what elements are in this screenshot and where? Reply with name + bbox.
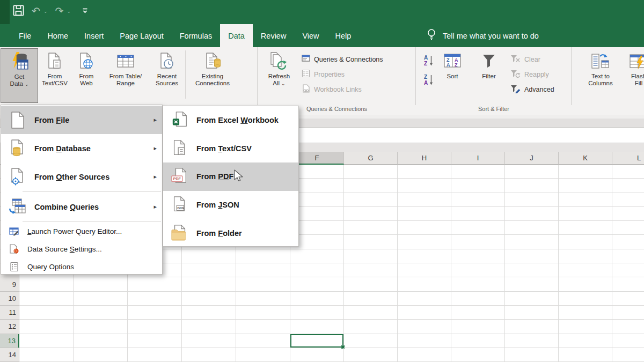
cell-F14[interactable] xyxy=(290,348,344,362)
cell-L8[interactable] xyxy=(612,263,644,277)
cell-I12[interactable] xyxy=(451,320,505,334)
cell-J9[interactable] xyxy=(505,277,559,291)
cell-G3[interactable] xyxy=(344,193,398,207)
cell-L14[interactable] xyxy=(612,348,644,362)
cell-L5[interactable] xyxy=(612,221,644,235)
cell-I9[interactable] xyxy=(451,277,505,291)
cell-J13[interactable] xyxy=(505,334,559,348)
cell-J7[interactable] xyxy=(505,249,559,263)
cell-K2[interactable] xyxy=(559,179,612,193)
cell-L1[interactable] xyxy=(612,165,644,179)
cell-F10[interactable] xyxy=(290,292,344,306)
cell-F8[interactable] xyxy=(290,263,344,277)
tab-help[interactable]: Help xyxy=(327,24,360,47)
save-icon[interactable] xyxy=(13,5,24,18)
cell-E12[interactable] xyxy=(236,320,290,334)
tab-insert[interactable]: Insert xyxy=(76,24,112,47)
cell-L7[interactable] xyxy=(612,249,644,263)
cell-K7[interactable] xyxy=(559,249,612,263)
from-table-range-button[interactable]: From Table/Range xyxy=(101,48,150,103)
recent-sources-button[interactable]: RecentSources xyxy=(150,48,184,103)
cell-G5[interactable] xyxy=(344,221,398,235)
cell-C11[interactable] xyxy=(128,306,182,320)
cell-C13[interactable] xyxy=(128,334,182,348)
from-web-button[interactable]: FromWeb xyxy=(71,48,101,103)
cell-F11[interactable] xyxy=(290,306,344,320)
cell-E14[interactable] xyxy=(236,348,290,362)
cell-E8[interactable] xyxy=(236,263,290,277)
cell-E7[interactable] xyxy=(236,249,290,263)
cell-H10[interactable] xyxy=(398,292,451,306)
queries-connections-button[interactable]: Queries & Connections xyxy=(298,53,386,66)
cell-B11[interactable] xyxy=(74,306,128,320)
cell-D11[interactable] xyxy=(182,306,236,320)
redo-caret-icon[interactable] xyxy=(67,9,71,14)
row-header-11[interactable]: 11 xyxy=(0,306,19,320)
tab-page-layout[interactable]: Page Layout xyxy=(112,24,171,47)
cell-B10[interactable] xyxy=(74,292,128,306)
cell-G4[interactable] xyxy=(344,207,398,221)
cell-K11[interactable] xyxy=(559,306,612,320)
cell-F9[interactable] xyxy=(290,277,344,291)
cell-I4[interactable] xyxy=(451,207,505,221)
sort-ascending-button[interactable]: AZ xyxy=(420,53,437,69)
cell-D14[interactable] xyxy=(182,348,236,362)
column-header-L[interactable]: L xyxy=(612,152,644,165)
cell-I13[interactable] xyxy=(451,334,505,348)
cell-G1[interactable] xyxy=(344,165,398,179)
cell-L11[interactable] xyxy=(612,306,644,320)
cell-F12[interactable] xyxy=(290,320,344,334)
undo-icon[interactable]: ↶ xyxy=(32,4,40,18)
menu-item-from-database[interactable]: From Database xyxy=(1,134,162,162)
cell-G2[interactable] xyxy=(344,179,398,193)
cell-H3[interactable] xyxy=(398,193,451,207)
cell-D10[interactable] xyxy=(182,292,236,306)
sort-descending-button[interactable]: ZA xyxy=(420,72,437,88)
cell-J11[interactable] xyxy=(505,306,559,320)
cell-H4[interactable] xyxy=(398,207,451,221)
cell-A10[interactable] xyxy=(19,292,74,306)
cell-I14[interactable] xyxy=(451,348,505,362)
cell-G12[interactable] xyxy=(344,320,398,334)
cell-G10[interactable] xyxy=(344,292,398,306)
cell-L3[interactable] xyxy=(612,193,644,207)
cell-E13[interactable] xyxy=(236,334,290,348)
cell-G11[interactable] xyxy=(344,306,398,320)
submenu-item-from-pdf[interactable]: PDF From PDF xyxy=(163,162,298,191)
cell-K4[interactable] xyxy=(559,207,612,221)
cell-D9[interactable] xyxy=(182,277,236,291)
cell-L9[interactable] xyxy=(612,277,644,291)
cell-H2[interactable] xyxy=(398,179,451,193)
cell-J6[interactable] xyxy=(505,235,559,249)
cell-H13[interactable] xyxy=(398,334,451,348)
cell-A13[interactable] xyxy=(19,334,74,348)
cell-C14[interactable] xyxy=(128,348,182,362)
cell-C10[interactable] xyxy=(128,292,182,306)
cell-J8[interactable] xyxy=(505,263,559,277)
cell-B9[interactable] xyxy=(74,277,128,291)
row-header-10[interactable]: 10 xyxy=(0,292,19,306)
cell-K6[interactable] xyxy=(559,235,612,249)
cell-K13[interactable] xyxy=(559,334,612,348)
column-header-G[interactable]: G xyxy=(344,152,398,165)
column-header-K[interactable]: K xyxy=(559,152,612,165)
cell-G8[interactable] xyxy=(344,263,398,277)
cell-J14[interactable] xyxy=(505,348,559,362)
cell-I3[interactable] xyxy=(451,193,505,207)
submenu-item-from-json[interactable]: JSON From JSON xyxy=(163,191,298,219)
cell-H12[interactable] xyxy=(398,320,451,334)
sort-button[interactable]: ZAAZ Sort xyxy=(437,48,467,103)
menu-item-data-source-settings[interactable]: Data Source Settings... xyxy=(1,240,162,258)
undo-caret-icon[interactable] xyxy=(43,9,48,14)
cell-G9[interactable] xyxy=(344,277,398,291)
menu-item-from-other-sources[interactable]: From Other Sources xyxy=(1,162,162,191)
cell-K12[interactable] xyxy=(559,320,612,334)
cell-L6[interactable] xyxy=(612,235,644,249)
text-to-columns-button[interactable]: Text toColumns xyxy=(580,48,621,103)
cell-D7[interactable] xyxy=(182,249,236,263)
filter-button[interactable]: Filter xyxy=(474,48,504,103)
cell-I10[interactable] xyxy=(451,292,505,306)
row-header-13[interactable]: 13 xyxy=(0,334,19,348)
refresh-all-button[interactable]: RefreshAll⌄ xyxy=(260,48,298,103)
tab-review[interactable]: Review xyxy=(253,24,295,47)
